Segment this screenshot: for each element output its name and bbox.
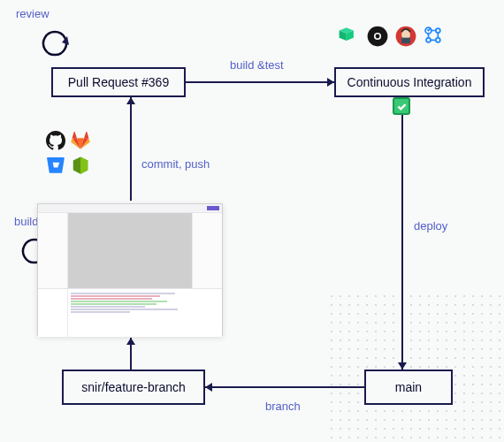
node-feature-branch: snir/feature-branch: [62, 370, 205, 405]
svg-marker-1: [327, 78, 334, 87]
check-success-icon: [393, 97, 410, 115]
label-deploy: deploy: [414, 219, 447, 232]
node-pull-request: Pull Request #369: [51, 67, 186, 97]
svg-point-20: [436, 38, 440, 42]
svg-marker-10: [62, 36, 69, 45]
github-icon: [46, 131, 65, 150]
ci-tool-icons: [338, 25, 446, 48]
svg-point-21: [426, 38, 431, 42]
label-build-test: build &test: [230, 58, 284, 72]
svg-point-19: [436, 28, 440, 33]
svg-rect-17: [401, 38, 410, 44]
background-dots: [327, 292, 504, 442]
svg-marker-5: [205, 383, 212, 392]
bitbucket-icon: [46, 156, 65, 175]
node-main: main: [364, 370, 453, 405]
github-actions-icon: [423, 25, 446, 48]
label-build: build: [14, 215, 38, 228]
circleci-icon: [366, 25, 389, 48]
jenkins-icon: [394, 25, 417, 48]
svg-marker-9: [126, 97, 135, 104]
svg-marker-7: [126, 338, 135, 345]
label-branch: branch: [265, 400, 301, 413]
aws-codecommit-icon: [71, 156, 90, 175]
label-review: review: [16, 7, 50, 20]
svg-point-14: [376, 34, 380, 39]
ide-screenshot: [37, 203, 223, 336]
repo-host-icons: [46, 131, 103, 175]
node-continuous-integration: Continuous Integration: [334, 67, 485, 97]
buildkite-icon: [338, 25, 361, 48]
gitlab-icon: [71, 131, 90, 150]
label-commit-push: commit, push: [141, 157, 210, 171]
